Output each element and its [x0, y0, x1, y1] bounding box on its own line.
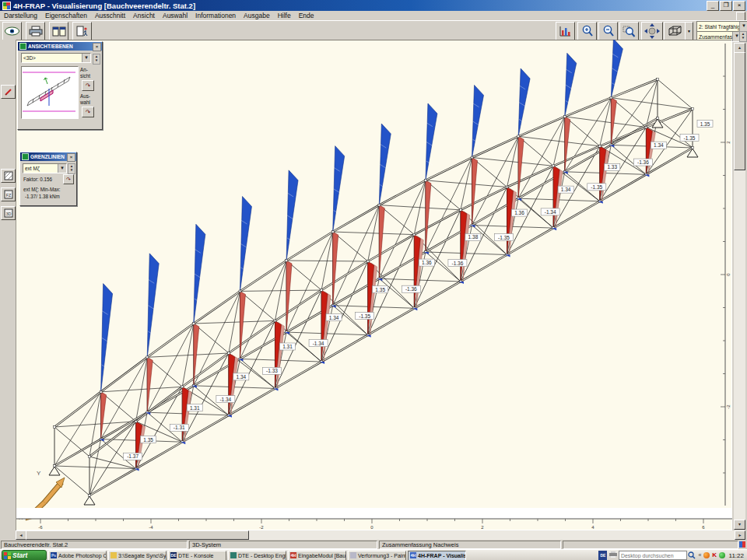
chevron-down-icon[interactable]: ▼ — [82, 54, 90, 62]
load-case-select[interactable]: 2: Stahl Tragfähigkeit (Th. 2. O ▼ — [696, 21, 747, 32]
restore-button[interactable]: ❐ — [720, 1, 732, 11]
section-forces-button[interactable]: FZ — [1, 187, 16, 201]
svg-text:FZ: FZ — [5, 193, 11, 198]
status-model-name: Bauchveerendeltr. Stat.2 — [1, 541, 188, 549]
close-icon[interactable]: × — [67, 153, 75, 162]
fox-tray-icon[interactable] — [703, 552, 710, 558]
menu-item-auswahl[interactable]: Auswahl — [159, 12, 191, 19]
svg-text:1.33: 1.33 — [607, 164, 617, 170]
search-icon[interactable] — [688, 551, 696, 559]
component-value: ext Mζ — [25, 166, 40, 171]
zoom-out-button[interactable] — [598, 22, 618, 40]
status-green-tray-icon[interactable] — [719, 552, 725, 558]
status-extra — [563, 541, 738, 549]
view-spinner[interactable]: ▲▼ — [93, 54, 100, 65]
taskbar-task[interactable]: DTE - Desktop Engineeri... — [228, 551, 286, 560]
result-spinner[interactable]: ▲▼ — [739, 31, 747, 42]
start-button[interactable]: Start — [2, 550, 47, 560]
svg-text:0: 0 — [370, 525, 374, 530]
system-tray: DE « K 11:22 — [598, 550, 747, 560]
ansicht-panel-titlebar[interactable]: ANSICHT/EBENEN × — [18, 42, 102, 51]
menu-item-ausgabe[interactable]: Ausgabe — [240, 12, 274, 19]
eye-icon — [5, 26, 19, 36]
scroll-left-icon[interactable]: ◂ — [16, 530, 26, 540]
auswahl-apply-button[interactable]: ↷ — [82, 107, 94, 117]
results-diagram-button[interactable] — [556, 22, 575, 40]
menu-item-ende[interactable]: Ende — [295, 12, 318, 19]
zoom-in-icon — [581, 25, 594, 37]
menu-item-ausschnitt[interactable]: Ausschnitt — [91, 12, 129, 19]
vertical-scrollbar[interactable]: ▴ ▾ — [734, 43, 745, 530]
tray-collapse-icon[interactable]: « — [698, 551, 701, 559]
menu-item-darstellung[interactable]: Darstellung — [0, 12, 41, 19]
panels-button[interactable] — [49, 22, 68, 40]
zoom-window-button[interactable] — [619, 22, 639, 40]
svg-text:-1.35: -1.35 — [684, 135, 696, 141]
hscroll-thumb[interactable] — [26, 530, 249, 540]
ansicht-apply-button[interactable]: ↷ — [82, 80, 94, 91]
view-select-value: <3D> — [23, 55, 36, 61]
edit-marker-button[interactable] — [1, 85, 16, 99]
diagram-icon — [559, 26, 572, 37]
taskbar-task[interactable]: PsAdobe Photoshop CS3 E... — [48, 551, 107, 560]
svg-text:1.31: 1.31 — [190, 405, 200, 411]
svg-text:3D: 3D — [5, 212, 11, 216]
desktop-search-input[interactable] — [619, 551, 687, 560]
ansicht-label: An-sicht — [80, 67, 90, 79]
taskbar-task[interactable]: 4H4H-FRAP - Visualisier... — [408, 551, 466, 560]
taskbar-task[interactable]: Verformung3 - Paint — [348, 551, 406, 560]
vscroll-thumb[interactable] — [734, 52, 745, 170]
redraw-eye-button[interactable] — [2, 22, 22, 40]
component-spinner[interactable]: ▲▼ — [68, 163, 75, 174]
status-app-icon — [739, 541, 745, 548]
scroll-down-icon[interactable]: ▾ — [734, 520, 745, 530]
faktor-label: Faktor: 0.156 — [23, 177, 52, 183]
menu-item-informationen[interactable]: Informationen — [191, 12, 240, 19]
taskbar-task[interactable]: DEDTE - Konsole — [168, 551, 226, 560]
task-label: Verformung3 - Paint — [358, 553, 406, 558]
menu-item-hilfe[interactable]: Hilfe — [274, 12, 295, 19]
menu-item-ansicht[interactable]: Ansicht — [129, 12, 159, 19]
de-tray-icon[interactable]: DE — [598, 551, 607, 560]
close-button[interactable]: × — [733, 1, 745, 11]
view-3d-dropdown[interactable]: ▼ — [685, 22, 693, 40]
grenzlinien-panel: GRENZLINIEN × ext Mζ ▼ ▲▼ Faktor: 0.156 … — [19, 152, 77, 206]
taskbar-task[interactable]: 4HEingabeModul [Bauchvee... — [288, 551, 346, 560]
svg-text:1.38: 1.38 — [468, 234, 479, 240]
start-label: Start — [12, 551, 27, 559]
rotate-arrow-icon: ↷ — [66, 177, 71, 183]
pan-button[interactable] — [641, 22, 663, 40]
zoom-in-button[interactable] — [577, 22, 597, 40]
close-icon[interactable]: × — [93, 43, 101, 51]
grenzlinien-panel-titlebar[interactable]: GRENZLINIEN × — [20, 152, 76, 161]
svg-text:1.34: 1.34 — [237, 374, 247, 380]
panel-icon — [22, 153, 29, 160]
pencil-icon — [4, 87, 13, 96]
taskbar-task[interactable]: 3:\Seagate Sync\SyncRe... — [108, 551, 167, 560]
scroll-right-icon[interactable]: ▸ — [735, 530, 745, 540]
refresh-button[interactable]: ↷ — [63, 174, 74, 184]
menu-item-eigenschaften[interactable]: Eigenschaften — [41, 12, 91, 19]
cube-icon — [666, 25, 683, 38]
view-3d-button[interactable] — [664, 22, 686, 40]
print-button[interactable] — [26, 22, 45, 40]
svg-text:1.35: 1.35 — [143, 437, 153, 443]
horizontal-scrollbar[interactable]: ◂ ▸ — [16, 530, 745, 540]
view-preview[interactable] — [21, 66, 79, 119]
windows-icon — [52, 26, 66, 37]
zoom-rect-icon — [622, 25, 636, 37]
printer-tray-icon[interactable] — [609, 551, 617, 560]
view-select[interactable]: <3D> ▼ — [21, 53, 91, 63]
k-tray-icon[interactable]: K — [712, 551, 717, 559]
component-select[interactable]: ext Mζ ▼ — [23, 163, 67, 173]
task-icon: Ps — [51, 552, 57, 558]
chevron-down-icon[interactable]: ▼ — [58, 164, 66, 173]
view-mode-button[interactable]: 3D — [1, 206, 16, 220]
menu-items: DarstellungEigenschaftenAusschnittAnsich… — [0, 12, 318, 19]
minimize-button[interactable]: _ — [707, 1, 719, 11]
exit-button[interactable] — [72, 22, 92, 40]
task-label: DTE - Konsole — [178, 553, 214, 558]
hatch-view-button[interactable] — [1, 169, 16, 183]
chevron-down-icon[interactable]: ▼ — [739, 22, 747, 31]
svg-text:-1.31: -1.31 — [174, 425, 185, 430]
